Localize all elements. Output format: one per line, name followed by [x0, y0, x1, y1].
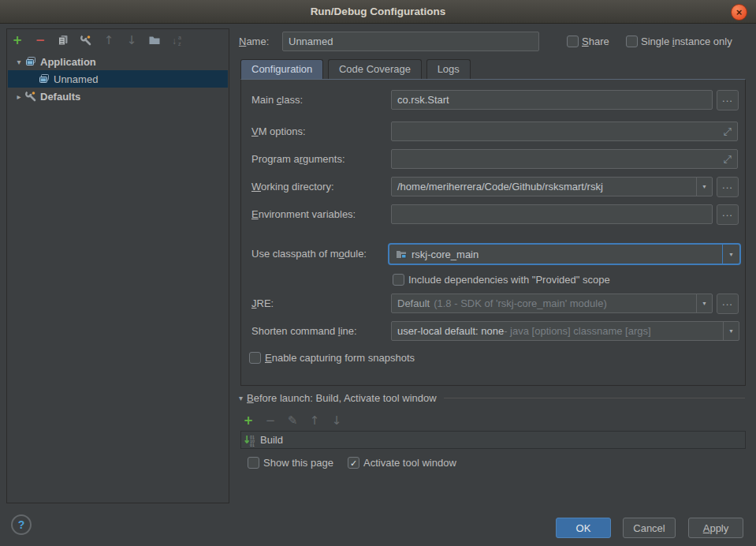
vm-options-label: VM options:	[251, 122, 306, 141]
wrench-icon	[24, 90, 37, 103]
environment-variables-browse-button[interactable]: ...	[717, 204, 739, 225]
jre-label: JRE:	[251, 294, 274, 313]
arrow-up-icon: ↑	[310, 415, 320, 427]
main-class-label: Main class:	[251, 90, 303, 110]
edit-task-button[interactable]: ✎	[285, 413, 300, 428]
tree-group-application[interactable]: ▾ Application	[8, 53, 228, 70]
name-label: Name:	[239, 32, 269, 51]
single-instance-checkbox[interactable]	[626, 36, 638, 47]
show-this-page-label: Show this page	[263, 453, 333, 473]
tree-group-defaults[interactable]: ▸ Defaults	[8, 88, 228, 105]
configuration-tab-panel: Main class: co.rsk.Start ... VM options:…	[240, 79, 746, 386]
expand-editor-icon[interactable]: ⤢	[724, 125, 732, 138]
include-provided-checkbox[interactable]	[393, 274, 404, 286]
dropdown-arrow-icon[interactable]: ▼	[696, 294, 712, 312]
sort-configurations-button[interactable]: ↓ a z	[170, 33, 184, 47]
share-label: Share	[582, 32, 609, 51]
task-move-down-button[interactable]: ↓	[330, 413, 344, 428]
shorten-hint: - java [options] classname [args]	[504, 325, 650, 337]
jre-hint: (1.8 - SDK of 'rskj-core_main' module)	[434, 297, 607, 309]
vm-options-field[interactable]: ⤢	[391, 122, 738, 141]
main-class-field[interactable]: co.rsk.Start	[391, 90, 713, 110]
sort-az-icon: ↓ a z	[171, 34, 184, 47]
show-this-page-checkbox[interactable]	[248, 457, 259, 469]
titlebar: Run/Debug Configurations ×	[0, 0, 756, 24]
tab-bar: Configuration Code Coverage Logs	[240, 59, 472, 79]
run-debug-configurations-dialog: Run/Debug Configurations × + −	[0, 0, 756, 546]
remove-task-button[interactable]: −	[263, 413, 277, 428]
activate-tool-window-label: Activate tool window	[363, 453, 456, 473]
use-classpath-label: Use classpath of module:	[251, 244, 367, 264]
capture-snapshots-checkbox[interactable]	[249, 352, 261, 364]
copy-configuration-button[interactable]	[56, 33, 70, 47]
working-directory-combo[interactable]: /home/meriherrera/Code/Github/rsksmart/r…	[391, 177, 713, 196]
chevron-right-icon[interactable]: ▸	[13, 92, 24, 101]
remove-configuration-button[interactable]: −	[33, 33, 47, 47]
expand-editor-icon[interactable]: ⤢	[724, 153, 732, 166]
add-icon: +	[244, 415, 254, 427]
ok-button[interactable]: OK	[556, 518, 611, 538]
capture-snapshots-label: Enable capturing form snapshots	[265, 348, 415, 368]
shorten-command-line-label: Shorten command line:	[251, 321, 357, 341]
chevron-down-icon[interactable]: ▾	[239, 394, 243, 402]
close-icon: ×	[736, 6, 743, 18]
shorten-command-line-combo[interactable]: user-local default: none - java [options…	[391, 321, 739, 341]
tree-item-label: Unnamed	[54, 73, 98, 85]
single-instance-label: Single instance only	[641, 32, 732, 51]
application-icon	[38, 73, 50, 85]
before-launch-title: Before launch: Build, Activate tool wind…	[247, 392, 437, 404]
cancel-button[interactable]: Cancel	[623, 518, 676, 538]
pencil-icon: ✎	[288, 415, 298, 427]
dropdown-arrow-icon[interactable]: ▼	[696, 178, 712, 196]
tab-code-coverage[interactable]: Code Coverage	[328, 59, 422, 79]
copy-icon	[57, 34, 69, 47]
edit-defaults-button[interactable]	[79, 33, 93, 47]
help-icon: ?	[18, 518, 25, 531]
add-task-button[interactable]: +	[241, 413, 255, 428]
add-icon: +	[13, 35, 23, 47]
activate-tool-window-checkbox[interactable]: ✓	[348, 457, 359, 469]
task-move-up-button[interactable]: ↑	[307, 413, 322, 428]
arrow-down-icon: ↓	[332, 415, 342, 427]
tab-configuration[interactable]: Configuration	[240, 59, 323, 79]
sidebar-toolbar: + − ↑ ↓	[10, 32, 184, 49]
program-arguments-field[interactable]: ⤢	[391, 149, 738, 169]
working-directory-browse-button[interactable]: ...	[717, 177, 739, 197]
include-provided-label: Include dependencies with "Provided" sco…	[408, 270, 610, 290]
use-classpath-combo[interactable]: rskj-core_main ▼	[388, 243, 741, 265]
add-configuration-button[interactable]: +	[10, 33, 24, 47]
share-checkbox[interactable]	[567, 36, 579, 47]
help-button[interactable]: ?	[11, 514, 32, 535]
before-launch-section: ▾ Before launch: Build, Activate tool wi…	[239, 389, 745, 406]
module-icon	[395, 248, 408, 260]
close-button[interactable]: ×	[731, 4, 747, 21]
jre-combo[interactable]: Default (1.8 - SDK of 'rskj-core_main' m…	[391, 294, 713, 313]
svg-text:z: z	[178, 41, 181, 47]
name-input[interactable]	[282, 32, 539, 51]
chevron-down-icon[interactable]: ▾	[13, 58, 24, 66]
working-directory-label: Working directory:	[251, 177, 334, 196]
environment-variables-field[interactable]	[391, 204, 713, 224]
tree-group-label: Application	[40, 56, 96, 68]
tab-logs[interactable]: Logs	[426, 59, 471, 79]
main-class-browse-button[interactable]: ...	[717, 90, 739, 110]
configurations-sidebar: + − ↑ ↓	[6, 28, 229, 503]
remove-icon: −	[266, 415, 276, 427]
arrow-down-icon: ↓	[127, 35, 137, 47]
create-folder-button[interactable]	[147, 33, 162, 47]
tree-item-unnamed[interactable]: Unnamed	[8, 70, 228, 88]
svg-text:a: a	[178, 35, 181, 40]
apply-button[interactable]: Apply	[688, 518, 743, 538]
build-task-label: Build	[260, 434, 283, 446]
move-down-button[interactable]: ↓	[125, 33, 139, 47]
dropdown-arrow-icon[interactable]: ▼	[722, 245, 739, 264]
before-launch-toolbar: + − ✎ ↑ ↓	[241, 413, 344, 428]
application-icon	[24, 55, 37, 68]
svg-text:↓: ↓	[172, 36, 177, 47]
jre-browse-button[interactable]: ...	[717, 294, 739, 314]
tree-group-label: Defaults	[40, 91, 80, 103]
before-launch-task-build[interactable]: 01 10 01 Build	[240, 431, 746, 449]
dropdown-arrow-icon[interactable]: ▼	[723, 322, 739, 340]
separator-line	[444, 398, 745, 398]
move-up-button[interactable]: ↑	[102, 33, 116, 47]
